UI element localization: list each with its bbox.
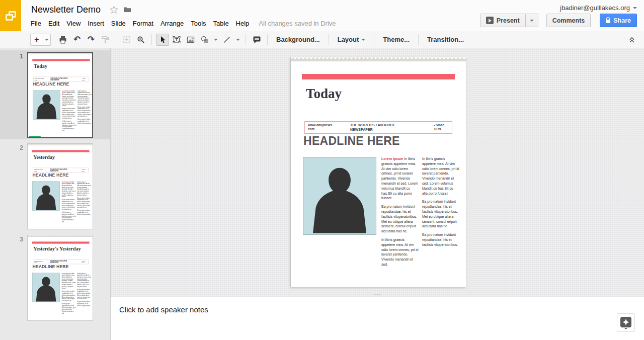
share-button[interactable]: Share xyxy=(600,14,637,27)
slide-filmstrip: 1 Today www.dailynews.com THE WORLD'S FA… xyxy=(0,48,111,340)
green-progress-bar xyxy=(29,136,41,137)
slide-thumbnail-1[interactable]: Today www.dailynews.com THE WORLD'S FAVO… xyxy=(27,52,93,138)
article-column-1: Lorem Ipsum In libris graecis appetere m… xyxy=(62,273,76,315)
newspaper-title: Yesterday's Yesterday xyxy=(33,246,81,252)
insert-image-button[interactable] xyxy=(184,34,197,46)
newspaper-masthead: www.dailynews.com THE WORLD'S FAVOURITE … xyxy=(33,168,89,173)
newspaper-preview: Today www.dailynews.com THE WORLD'S FAVO… xyxy=(28,53,93,138)
slide-canvas[interactable]: Today www.dailynews.com THE WORLD'S FAVO… xyxy=(111,48,644,297)
zoom-fit-button[interactable] xyxy=(120,34,133,46)
chevron-down-icon xyxy=(530,20,534,22)
newspaper-masthead[interactable]: www.dailynews.com THE WORLD'S FAVOURITE … xyxy=(304,121,452,134)
paint-format-button[interactable] xyxy=(99,34,112,46)
insert-line-button[interactable] xyxy=(220,34,233,46)
theme-button[interactable]: Theme... xyxy=(378,33,415,46)
newspaper-preview: Yesterday www.dailynews.com THE WORLD'S … xyxy=(28,144,93,229)
article-column-2: In libris graecis appetere mea. At vim o… xyxy=(77,90,92,126)
menu-file[interactable]: File xyxy=(27,18,45,29)
document-title[interactable]: Newsletter Demo xyxy=(31,5,101,15)
article-column-2: In libris graecis appetere mea. At vim o… xyxy=(77,273,91,308)
article-column-2[interactable]: In libris graecis appetere mea. At vim o… xyxy=(422,156,459,251)
present-dropdown-button[interactable] xyxy=(526,14,538,27)
slide-number: 1 xyxy=(0,52,27,138)
slide-thumbnail-row-3: 3 Yesterday's Yesterday www.dailynews.co… xyxy=(0,233,110,322)
print-button[interactable] xyxy=(56,34,69,46)
red-accent-bar xyxy=(32,150,89,152)
present-button-group: Present xyxy=(480,14,538,27)
masthead-tagline: THE WORLD'S FAVOURITE NEWSPAPER xyxy=(350,123,417,132)
person-silhouette-icon xyxy=(34,183,58,211)
photo-placeholder xyxy=(33,90,60,119)
zoom-button[interactable] xyxy=(134,34,147,46)
explore-star-icon xyxy=(620,316,632,329)
new-slide-button[interactable]: + xyxy=(30,34,43,46)
layout-button[interactable]: Layout xyxy=(333,33,371,46)
select-tool-button[interactable] xyxy=(156,34,169,46)
slide-thumbnail-2[interactable]: Yesterday www.dailynews.com THE WORLD'S … xyxy=(27,143,93,229)
transition-button[interactable]: Transition... xyxy=(422,33,469,46)
new-slide-button-group: + xyxy=(30,34,51,46)
photo-placeholder xyxy=(32,273,60,302)
newspaper-title: Yesterday xyxy=(33,154,55,160)
photo-placeholder xyxy=(32,181,60,210)
article-column-1[interactable]: Lorem Ipsum In libris graecis appetere m… xyxy=(381,156,419,271)
menu-table[interactable]: Table xyxy=(210,18,232,29)
chevron-down-icon[interactable] xyxy=(214,39,218,41)
chevron-down-icon[interactable] xyxy=(236,39,240,41)
save-status: All changes saved in Drive xyxy=(259,20,336,27)
new-slide-dropdown[interactable] xyxy=(43,34,51,46)
background-button[interactable]: Background... xyxy=(271,33,325,46)
chevron-down-icon xyxy=(633,7,637,9)
menu-view[interactable]: View xyxy=(63,18,84,29)
person-silhouette-icon xyxy=(307,161,372,235)
lock-icon xyxy=(606,20,610,23)
toolbar: + ↶ ↷ T xyxy=(0,31,644,48)
red-accent-bar[interactable] xyxy=(302,74,455,79)
newspaper-masthead: www.dailynews.com THE WORLD'S FAVOURITE … xyxy=(33,77,89,81)
torn-edge xyxy=(291,57,466,61)
present-button[interactable]: Present xyxy=(480,14,526,27)
text-box-button[interactable]: T xyxy=(170,34,183,46)
star-icon[interactable] xyxy=(110,6,118,14)
insert-comment-button[interactable] xyxy=(250,34,263,46)
article-column-2: In libris graecis appetere mea. At vim o… xyxy=(77,181,91,217)
undo-button[interactable]: ↶ xyxy=(70,34,84,46)
account-email: jbadiner@gulllakecs.org xyxy=(560,4,630,12)
menu-arrange[interactable]: Arrange xyxy=(157,18,187,29)
menu-tools[interactable]: Tools xyxy=(187,18,209,29)
newspaper-headline[interactable]: HEADLINE HERE xyxy=(303,134,400,148)
menu-format[interactable]: Format xyxy=(129,18,157,29)
account-menu[interactable]: jbadiner@gulllakecs.org xyxy=(560,4,637,12)
newspaper-title[interactable]: Today xyxy=(306,86,342,102)
masthead-since: - Since 1879 xyxy=(434,123,449,132)
explore-button[interactable] xyxy=(617,313,635,332)
current-slide[interactable]: Today www.dailynews.com THE WORLD'S FAVO… xyxy=(290,57,465,287)
chevron-down-icon xyxy=(361,39,365,41)
article-column-1: Lorem Ipsum In libris graecis appetere m… xyxy=(62,90,76,133)
speaker-notes-panel: Click to add speaker notes xyxy=(111,297,644,340)
menu-bar: File Edit View Insert Slide Format Arran… xyxy=(27,18,336,29)
lead-in: Lorem Ipsum xyxy=(381,157,403,160)
newspaper-preview: Yesterday's Yesterday www.dailynews.com … xyxy=(28,235,93,321)
red-accent-bar xyxy=(32,241,89,243)
menu-slide[interactable]: Slide xyxy=(108,18,129,29)
collapse-toolbar-icon[interactable] xyxy=(628,35,636,44)
slides-logo-icon xyxy=(0,0,21,31)
torn-edge xyxy=(28,53,93,54)
menu-edit[interactable]: Edit xyxy=(45,18,63,29)
menu-insert[interactable]: Insert xyxy=(84,18,108,29)
masthead-url: www.dailynews.com xyxy=(308,123,334,132)
menu-help[interactable]: Help xyxy=(232,18,253,29)
comments-button[interactable]: Comments xyxy=(546,14,591,27)
slide-number: 2 xyxy=(0,143,27,229)
chevron-down-icon xyxy=(45,39,49,41)
slide-thumbnail-row-2: 2 Yesterday www.dailynews.com THE WORLD'… xyxy=(0,142,110,231)
folder-icon[interactable] xyxy=(123,6,131,13)
redo-button[interactable]: ↷ xyxy=(85,34,98,46)
newspaper-headline: HEADLINE HERE xyxy=(33,82,69,87)
notes-resize-handle[interactable] xyxy=(374,294,380,295)
speaker-notes-input[interactable]: Click to add speaker notes xyxy=(119,305,208,314)
insert-shape-button[interactable] xyxy=(198,34,211,46)
slide-thumbnail-3[interactable]: Yesterday's Yesterday www.dailynews.com … xyxy=(27,235,93,321)
photo-placeholder[interactable] xyxy=(303,157,376,235)
